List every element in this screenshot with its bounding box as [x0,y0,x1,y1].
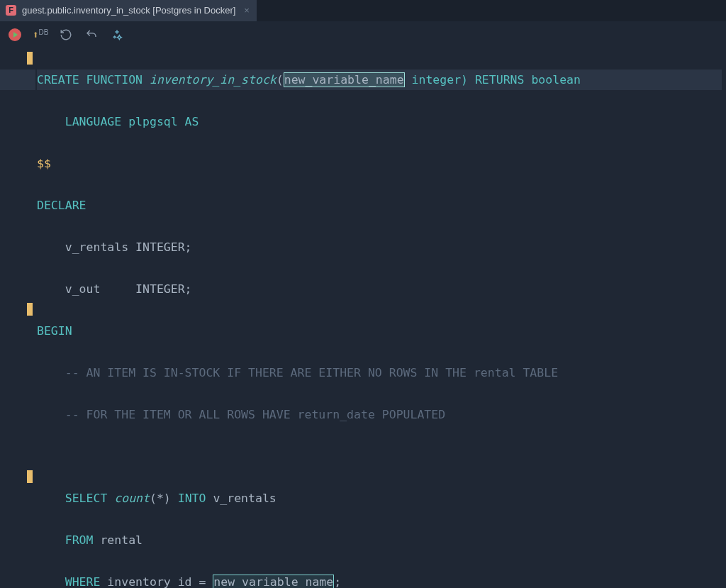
code-line[interactable]: BEGIN [37,321,722,342]
add-button[interactable] [109,27,125,43]
code-line[interactable]: FROM rental [37,530,722,551]
play-icon [9,28,21,41]
token-keyword: INTO [178,492,213,505]
token-function: count [114,492,150,505]
token-keyword: DECLARE [37,199,86,212]
change-marker [27,303,33,316]
code-line[interactable]: -- FOR THE ITEM OR ALL ROWS HAVE return_… [37,404,722,426]
code-line[interactable]: SELECT count(*) INTO v_rentals [37,488,722,509]
tab-title: guest.public.inventory_in_stock [Postgre… [22,5,235,16]
upload-button[interactable]: ⬆DB [33,27,48,43]
run-button[interactable] [7,27,23,43]
token-keyword: FROM [37,533,100,547]
token-keyword: BEGIN [37,324,72,338]
token-keyword: SELECT [37,492,114,505]
token: inventory_id = [107,575,213,589]
token-keyword: LANGUAGE plpgsql AS [37,115,199,128]
token-punc: ; [334,575,341,589]
code-line[interactable]: v_rentals INTEGER; [37,237,722,258]
token-function: inventory_in_stock [150,73,277,87]
code-area[interactable]: CREATE FUNCTION inventory_in_stock(new_v… [35,48,726,588]
db-badge: DB [39,28,49,36]
token-keyword: RETURNS [475,73,531,87]
rename-occurrence[interactable]: new_variable_name [213,575,334,589]
code-line[interactable]: $$ [37,153,722,174]
rename-occurrence-primary[interactable]: new_variable_name [284,72,405,87]
token-dollar: $$ [37,157,51,170]
token: v_rentals [213,492,276,505]
refresh-button[interactable] [58,27,74,43]
token-comment: -- AN ITEM IS IN-STOCK IF THERE ARE EITH… [37,366,558,379]
plus-spark-icon [111,29,123,40]
token-keyword: CREATE FUNCTION [37,73,150,87]
token-comment: -- FOR THE ITEM OR ALL ROWS HAVE return_… [37,408,445,421]
code-line[interactable]: WHERE inventory_id = new_variable_name; [37,572,722,589]
code-line[interactable] [37,446,722,467]
gutter [0,48,35,588]
token-type: integer) [405,73,475,87]
code-line[interactable]: LANGUAGE plpgsql AS [37,111,722,133]
token-punc: ( [277,73,284,87]
undo-icon [85,28,98,41]
editor-tab[interactable]: F guest.public.inventory_in_stock [Postg… [0,0,257,21]
code-line[interactable]: CREATE FUNCTION inventory_in_stock(new_v… [37,70,722,91]
code-line[interactable]: -- AN ITEM IS IN-STOCK IF THERE ARE EITH… [37,362,722,384]
tab-bar: F guest.public.inventory_in_stock [Postg… [0,0,726,21]
token-type: boolean [531,73,581,87]
change-marker [27,52,33,65]
editor[interactable]: CREATE FUNCTION inventory_in_stock(new_v… [0,48,726,588]
undo-button[interactable] [84,27,99,43]
token: v_rentals INTEGER; [37,240,192,254]
token: rental [100,533,143,547]
code-line[interactable]: v_out INTEGER; [37,279,722,300]
change-marker [27,470,33,483]
token: v_out INTEGER; [37,282,192,296]
editor-toolbar: ⬆DB [0,21,726,48]
close-icon[interactable]: × [244,5,250,16]
refresh-icon [60,28,72,41]
arrow-up-icon: ⬆ [33,28,39,41]
token: (*) [150,492,178,505]
function-icon: F [6,5,16,16]
token-keyword: WHERE [37,575,107,589]
code-line[interactable]: DECLARE [37,195,722,216]
